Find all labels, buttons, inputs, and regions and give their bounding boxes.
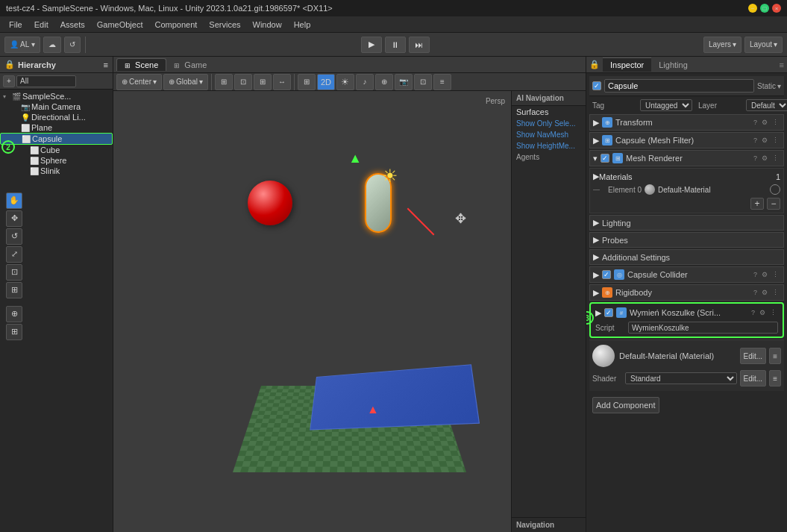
object-active-checkbox[interactable]: ✓ bbox=[592, 81, 601, 90]
capsule-collider-more[interactable]: ⋮ bbox=[771, 271, 780, 278]
material-add-btn[interactable]: + bbox=[750, 198, 764, 210]
meshfilter-settings[interactable]: ⚙ bbox=[760, 137, 769, 144]
transform-more-btn[interactable]: ⋮ bbox=[771, 119, 780, 126]
move-icon-btn[interactable]: ↔ bbox=[273, 74, 291, 90]
menu-item-assets[interactable]: Assets bbox=[54, 19, 91, 31]
meshfilter-more[interactable]: ⋮ bbox=[771, 137, 780, 144]
rigidbody-help[interactable]: ? bbox=[752, 289, 759, 296]
tree-item-plane[interactable]: ⬜ Plane bbox=[0, 122, 113, 133]
rigidbody-header[interactable]: ▶ ⊕ Rigidbody ? ⚙ ⋮ bbox=[589, 284, 784, 301]
capsule-collider-header[interactable]: ▶ ✓ ◎ Capsule Collider ? ⚙ ⋮ bbox=[589, 266, 784, 283]
capsule-collider-settings[interactable]: ⚙ bbox=[760, 271, 769, 278]
transform-help-btn[interactable]: ? bbox=[752, 119, 759, 126]
wymien-checkbox[interactable]: ✓ bbox=[604, 308, 613, 317]
hierarchy-search-input[interactable] bbox=[16, 75, 76, 87]
nav-show-navmesh-top[interactable]: Show NavMesh bbox=[512, 129, 586, 140]
additional-settings-header[interactable]: ▶ Additional Settings bbox=[589, 249, 784, 265]
meshfilter-help[interactable]: ? bbox=[752, 137, 759, 144]
tree-item-maincamera[interactable]: 📷 Main Camera bbox=[0, 101, 113, 112]
transform-settings-btn[interactable]: ⚙ bbox=[760, 119, 769, 126]
history-button[interactable]: ↺ bbox=[64, 37, 81, 53]
step-button[interactable]: ⏭ bbox=[409, 37, 430, 53]
wymien-more[interactable]: ⋮ bbox=[768, 309, 778, 316]
shader-select[interactable]: Standard bbox=[625, 372, 737, 384]
center-btn[interactable]: ⊕ Center ▾ bbox=[116, 74, 162, 90]
vfx-btn[interactable]: ⊕ bbox=[375, 74, 393, 90]
maximize-button[interactable]: □ bbox=[760, 4, 769, 13]
meshrenderer-settings[interactable]: ⚙ bbox=[760, 154, 769, 162]
menu-item-component[interactable]: Component bbox=[148, 19, 203, 31]
tree-item-slinik[interactable]: ⬜ Slinik bbox=[0, 166, 113, 176]
menu-item-services[interactable]: Services bbox=[203, 19, 246, 31]
hierarchy-menu-icon[interactable]: ≡ bbox=[104, 60, 108, 69]
vertex-btn[interactable]: ⊞ bbox=[254, 74, 272, 90]
minimize-button[interactable]: − bbox=[748, 4, 757, 13]
tree-item-samplescene[interactable]: ▾ 🎬 SampleSce... bbox=[0, 91, 113, 101]
collab-button[interactable]: ☁ bbox=[43, 37, 61, 53]
grid-btn[interactable]: ⊞ bbox=[215, 74, 233, 90]
inspector-menu[interactable]: ≡ bbox=[777, 59, 787, 71]
scene-viewport[interactable]: ☀ ▲ ✥ Persp ▲ bbox=[113, 91, 511, 532]
toggle-btn[interactable]: ⊞ bbox=[298, 74, 316, 90]
wymien-settings[interactable]: ⚙ bbox=[758, 309, 767, 316]
menu-item-gameobject[interactable]: GameObject bbox=[91, 19, 149, 31]
script-value-input[interactable] bbox=[628, 322, 778, 334]
transform-component-header[interactable]: ▶ ⊕ Transform ? ⚙ ⋮ bbox=[589, 114, 784, 131]
layer-select[interactable]: Default bbox=[746, 99, 787, 111]
gizmo-btn[interactable]: ⊡ bbox=[414, 74, 432, 90]
title-bar-controls[interactable]: − □ × bbox=[748, 4, 781, 13]
edit-btn[interactable]: Edit... bbox=[740, 348, 767, 364]
meshrenderer-more[interactable]: ⋮ bbox=[771, 154, 780, 162]
meshrenderer-help[interactable]: ? bbox=[752, 154, 759, 162]
nav-show-heightme-top[interactable]: Show HeightMe... bbox=[512, 140, 586, 151]
nav-surfaces-top[interactable]: Surfaces bbox=[512, 106, 586, 118]
light-btn[interactable]: ☀ bbox=[336, 74, 354, 90]
layers-dropdown[interactable]: Layers ▾ bbox=[703, 37, 741, 53]
tab-scene[interactable]: ⊞ Scene bbox=[116, 58, 166, 71]
meshrenderer-checkbox[interactable]: ✓ bbox=[601, 154, 609, 163]
hierarchy-add-btn[interactable]: + bbox=[3, 75, 15, 87]
pause-button[interactable]: ⏸ bbox=[385, 37, 406, 53]
menu-item-edit[interactable]: Edit bbox=[28, 19, 54, 31]
menu-item-window[interactable]: Window bbox=[247, 19, 288, 31]
menu-item-help[interactable]: Help bbox=[288, 19, 317, 31]
capsule-collider-help[interactable]: ? bbox=[752, 271, 759, 278]
scene-cam-btn[interactable]: 📷 bbox=[395, 74, 413, 90]
rigidbody-more[interactable]: ⋮ bbox=[771, 289, 780, 296]
tab-lighting[interactable]: Lighting bbox=[651, 58, 695, 72]
al-dropdown[interactable]: 👤 AL ▾ bbox=[4, 37, 40, 53]
wymien-help[interactable]: ? bbox=[750, 309, 756, 316]
overlay-btn[interactable]: ≡ bbox=[433, 74, 451, 90]
object-name-input[interactable] bbox=[604, 79, 754, 93]
tab-game[interactable]: ⊞ Game bbox=[166, 59, 214, 71]
tree-item-cube[interactable]: ⬜ Cube bbox=[0, 145, 113, 155]
probes-section-header[interactable]: ▶ Probes bbox=[589, 232, 784, 248]
shader-options-btn[interactable]: ≡ bbox=[769, 370, 781, 387]
add-component-btn[interactable]: Add Component bbox=[592, 397, 659, 413]
play-button[interactable]: ▶ bbox=[361, 37, 382, 53]
tag-select[interactable]: Untagged bbox=[640, 99, 692, 111]
lighting-section-header[interactable]: ▶ Lighting bbox=[589, 215, 784, 231]
rigidbody-settings[interactable]: ⚙ bbox=[760, 289, 769, 296]
nav-show-only-top[interactable]: Show Only Sele... bbox=[512, 118, 586, 129]
edit-shader-btn[interactable]: Edit... bbox=[740, 370, 767, 387]
nav-agents-top[interactable]: Agents bbox=[512, 151, 586, 163]
snap-btn[interactable]: ⊡ bbox=[234, 74, 252, 90]
close-button[interactable]: × bbox=[772, 4, 781, 13]
shader-more-btn[interactable]: ≡ bbox=[769, 348, 781, 364]
menu-item-file[interactable]: File bbox=[3, 19, 28, 31]
tree-item-dirlight[interactable]: 💡 Directional Li... bbox=[0, 112, 113, 122]
global-btn[interactable]: ⊕ Global ▾ bbox=[163, 74, 208, 90]
material-target-btn[interactable] bbox=[770, 184, 780, 195]
material-remove-btn[interactable]: − bbox=[767, 198, 780, 210]
tree-item-sphere[interactable]: ⬜ Sphere bbox=[0, 155, 113, 166]
capsule-collider-checkbox[interactable]: ✓ bbox=[602, 270, 611, 279]
2d-btn[interactable]: 2D bbox=[317, 74, 335, 90]
meshfilter-component-header[interactable]: ▶ ⊞ Capsule (Mesh Filter) ? ⚙ ⋮ bbox=[589, 132, 784, 148]
tree-item-capsule[interactable]: ⬜ Capsule bbox=[0, 133, 113, 145]
tab-inspector[interactable]: Inspector bbox=[603, 57, 651, 72]
audio-btn[interactable]: ♪ bbox=[356, 74, 374, 90]
wymien-koszulke-header[interactable]: ▶ ✓ # Wymień Koszulke (Scri... ? ⚙ ⋮ bbox=[592, 305, 781, 320]
meshrenderer-component-header[interactable]: ▾ ✓ ⊞ Mesh Renderer ? ⚙ ⋮ bbox=[589, 150, 784, 166]
layout-dropdown[interactable]: Layout ▾ bbox=[744, 37, 783, 53]
